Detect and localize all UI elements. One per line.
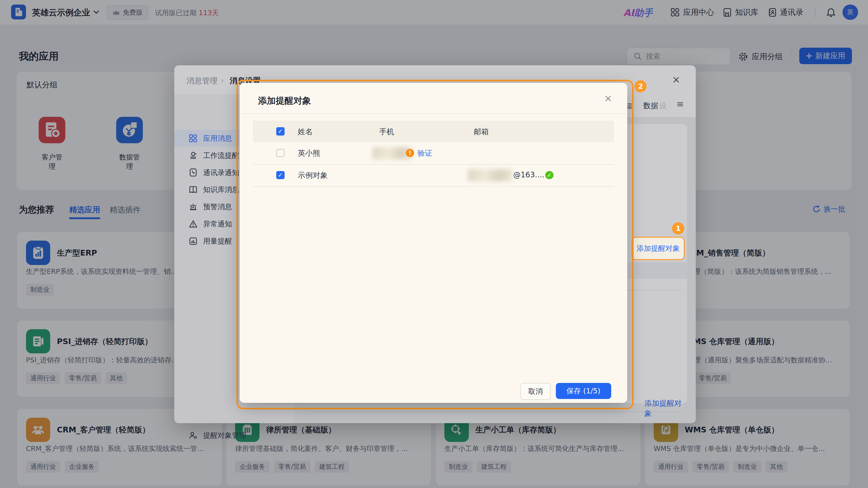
table-row[interactable]: 英小熊 ! 验证 bbox=[253, 142, 614, 165]
table-row[interactable]: ✓ 示例对象 @163.... ✓ bbox=[253, 164, 614, 187]
col-name: 姓名 bbox=[298, 127, 313, 137]
verify-link[interactable]: 验证 bbox=[417, 148, 432, 158]
guide-step-1-badge: 1 bbox=[672, 222, 684, 234]
col-email: 邮箱 bbox=[474, 127, 489, 137]
app-viewport: 英雄云示例企业 免费版 试用版已过期 113天 AI助手 应用中心 知识库 bbox=[0, 0, 868, 488]
email-suffix: @163.... bbox=[513, 170, 544, 179]
cancel-label: 取消 bbox=[528, 387, 543, 396]
cancel-button[interactable]: 取消 bbox=[520, 383, 551, 400]
dialog-close-icon[interactable]: × bbox=[604, 92, 612, 104]
warning-mark-icon: ! bbox=[406, 149, 414, 157]
select-all-checkbox[interactable]: ✓ bbox=[276, 127, 285, 135]
table-header: ✓ 姓名 手机 邮箱 bbox=[253, 121, 614, 142]
save-label: 保存 (1/5) bbox=[566, 386, 600, 396]
row-name: 示例对象 bbox=[298, 170, 328, 181]
save-button[interactable]: 保存 (1/5) bbox=[556, 383, 611, 399]
verified-check-icon: ✓ bbox=[545, 171, 554, 180]
add-reminder-dialog: 添加提醒对象 × ✓ 姓名 手机 邮箱 英小熊 ! 验证 ✓ 示例对象 @163… bbox=[240, 83, 627, 403]
add-reminder-target-label: 添加提醒对象 bbox=[637, 243, 680, 253]
blurred-email-value bbox=[468, 169, 512, 182]
row-name: 英小熊 bbox=[298, 148, 320, 158]
row-checkbox[interactable] bbox=[276, 149, 285, 157]
add-reminder-target-button-highlighted[interactable]: 添加提醒对象 bbox=[631, 237, 685, 260]
row-checkbox[interactable]: ✓ bbox=[276, 171, 285, 180]
dialog-header-divider bbox=[240, 113, 627, 114]
col-phone: 手机 bbox=[379, 127, 394, 137]
dialog-title: 添加提醒对象 bbox=[258, 95, 311, 107]
guide-step-2-badge: 2 bbox=[634, 80, 647, 92]
